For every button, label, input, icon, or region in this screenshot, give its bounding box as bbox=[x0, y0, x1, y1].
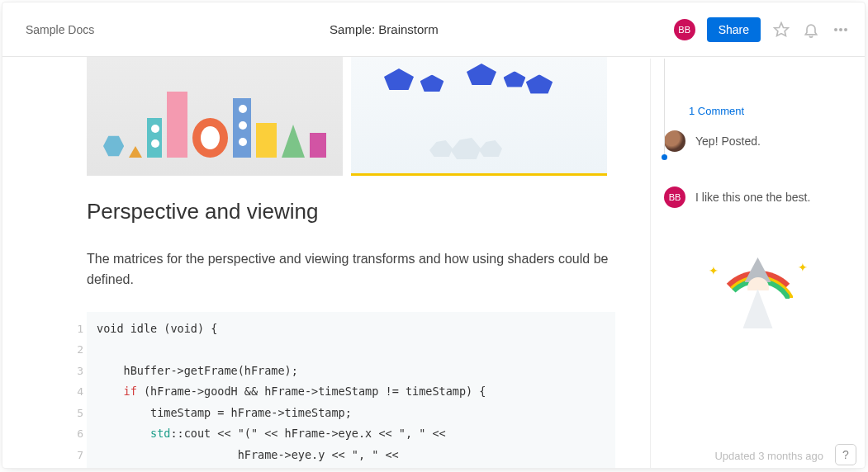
updated-timestamp: Updated 3 months ago bbox=[714, 450, 823, 462]
commenter-avatar: BB bbox=[664, 186, 685, 208]
comments-count-link[interactable]: 1 Comment bbox=[689, 105, 851, 117]
comment-item[interactable]: BB I like this one the best. bbox=[664, 186, 851, 208]
section-paragraph: The matrices for the perspective and vie… bbox=[87, 249, 615, 290]
comment-text: I like this one the best. bbox=[695, 191, 810, 204]
image-lowpoly-trees[interactable] bbox=[351, 57, 607, 176]
comment-item[interactable]: Yep! Posted. bbox=[664, 130, 851, 152]
folder-name[interactable]: Sample Docs bbox=[26, 23, 94, 36]
wizard-rainbow-sticker: ✦✦ bbox=[709, 243, 808, 342]
bell-icon[interactable] bbox=[802, 21, 820, 39]
comment-text: Yep! Posted. bbox=[695, 135, 761, 148]
section-heading: Perspective and viewing bbox=[87, 199, 615, 224]
svg-marker-0 bbox=[775, 22, 789, 35]
doc-title[interactable]: Sample: Brainstorm bbox=[94, 22, 673, 36]
more-icon[interactable] bbox=[832, 21, 850, 39]
share-button[interactable]: Share bbox=[707, 17, 761, 42]
document-body: Perspective and viewing The matrices for… bbox=[2, 57, 650, 468]
comments-sidebar: 1 Comment Yep! Posted. BB I like this on… bbox=[650, 59, 865, 468]
code-block[interactable]: 1234567 void idle (void) { hBuffer->getF… bbox=[70, 312, 615, 468]
image-geometric-shapes[interactable] bbox=[87, 57, 343, 176]
app-header: Sample Docs Sample: Brainstorm BB Share bbox=[2, 2, 865, 57]
help-button[interactable]: ? bbox=[835, 444, 856, 465]
star-icon[interactable] bbox=[772, 21, 790, 39]
commenter-avatar bbox=[664, 130, 685, 152]
user-avatar[interactable]: BB bbox=[674, 19, 695, 40]
